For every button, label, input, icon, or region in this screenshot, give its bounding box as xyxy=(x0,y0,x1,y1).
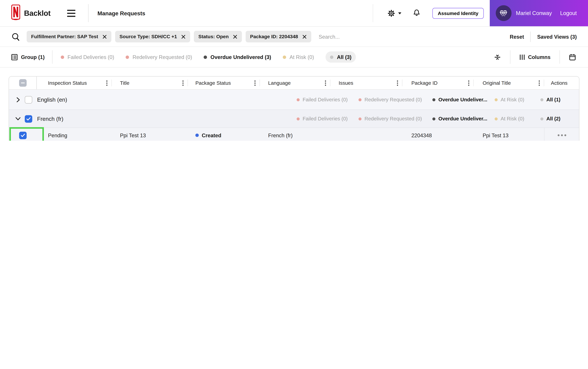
chip-close-icon[interactable] xyxy=(102,34,107,39)
group-row-english[interactable]: English (en) Failed Deliveries (0) Redel… xyxy=(9,90,579,110)
group-badge-redelivery-requested: Redelivery Requested (0) xyxy=(359,116,422,122)
group-checkbox[interactable] xyxy=(25,115,32,122)
column-menu-icon[interactable] xyxy=(323,80,330,86)
column-menu-icon[interactable] xyxy=(105,80,112,86)
group-label: French (fr) xyxy=(37,115,63,122)
app-root: Backlot Manage Requests xyxy=(0,0,588,141)
group-badge-overdue-undelivered: Overdue Undeliver... xyxy=(432,97,487,102)
column-menu-icon[interactable] xyxy=(181,80,188,86)
divider xyxy=(373,4,373,22)
column-menu-icon[interactable] xyxy=(253,80,260,86)
search-icon[interactable] xyxy=(11,32,20,41)
top-bar-right: Assumed Identity Mariel Conway Logout xyxy=(373,0,588,26)
netflix-logo-icon[interactable] xyxy=(11,4,20,22)
user-block: Mariel Conway Logout xyxy=(490,0,588,26)
group-badge-all: All (2) xyxy=(540,116,560,122)
group-list-icon xyxy=(11,54,18,60)
saved-views-button[interactable]: Saved Views (3) xyxy=(537,34,577,40)
status-toolbar: Group (1) Failed Deliveries (0) Redelive… xyxy=(0,47,588,68)
table-row[interactable]: Pending Ppi Test 13 Created French (fr) … xyxy=(9,128,579,141)
row-density-icon[interactable] xyxy=(494,53,501,61)
cell-package-status: Created xyxy=(188,132,260,138)
avatar[interactable] xyxy=(496,5,511,21)
notifications-bell-icon[interactable] xyxy=(413,9,420,17)
group-badge-failed-deliveries: Failed Deliveries (0) xyxy=(297,116,348,122)
search-input[interactable] xyxy=(318,33,510,40)
group-checkbox[interactable] xyxy=(25,96,32,103)
column-header-inspection-status[interactable]: Inspection Status xyxy=(37,77,112,89)
page-title: Manage Requests xyxy=(97,10,145,16)
cell-inspection-status: Pending xyxy=(37,132,112,138)
user-name: Mariel Conway xyxy=(516,10,552,16)
column-header-title[interactable]: Title xyxy=(112,77,188,89)
column-header-original-title[interactable]: Original Title xyxy=(474,77,544,89)
select-all-checkbox[interactable] xyxy=(19,79,27,87)
divider xyxy=(88,4,89,22)
group-label: English (en) xyxy=(37,96,67,103)
requests-table: Inspection Status Title Package Status L… xyxy=(9,76,579,141)
status-dot xyxy=(330,55,334,59)
group-badge-redelivery-requested: Redelivery Requested (0) xyxy=(359,97,422,102)
row-checkbox[interactable] xyxy=(19,132,27,139)
column-header-package-status[interactable]: Package Status xyxy=(188,77,260,89)
chip-close-icon[interactable] xyxy=(302,34,307,39)
cell-title: Ppi Test 13 xyxy=(112,132,188,138)
filter-chip-status[interactable]: Status: Open xyxy=(194,31,242,42)
column-menu-icon[interactable] xyxy=(467,80,474,86)
filter-chip-source-type[interactable]: Source Type: SDH/CC +1 xyxy=(115,31,190,42)
tab-overdue-undelivered[interactable]: Overdue Undelivered (3) xyxy=(204,54,271,60)
chevron-down-icon xyxy=(398,12,402,14)
settings-menu-button[interactable] xyxy=(388,9,402,17)
divider xyxy=(510,50,510,64)
column-header-language[interactable]: Language xyxy=(260,77,330,89)
tab-all[interactable]: All (3) xyxy=(326,51,356,63)
tab-failed-deliveries[interactable]: Failed Deliveries (0) xyxy=(61,54,114,60)
tab-at-risk[interactable]: At Risk (0) xyxy=(283,54,314,60)
row-actions-menu[interactable] xyxy=(544,128,579,141)
column-header-issues[interactable]: Issues xyxy=(330,77,402,89)
cell-package-id: 2204348 xyxy=(402,132,474,138)
column-header-actions: Actions xyxy=(544,77,579,89)
gear-icon xyxy=(388,9,395,17)
group-badge-at-risk: At Risk (0) xyxy=(495,97,524,102)
chip-close-icon[interactable] xyxy=(233,34,237,39)
status-dot xyxy=(204,55,207,59)
select-all-cell xyxy=(9,77,37,89)
group-button[interactable]: Group (1) xyxy=(11,54,45,60)
calendar-icon[interactable] xyxy=(569,53,576,61)
group-row-french[interactable]: French (fr) Failed Deliveries (0) Redeli… xyxy=(9,110,579,128)
filter-chips: Fulfillment Partner: SAP Test Source Typ… xyxy=(27,31,311,42)
reset-button[interactable]: Reset xyxy=(510,34,524,40)
column-menu-icon[interactable] xyxy=(537,80,544,86)
created-status-dot xyxy=(195,133,199,137)
filter-chip-fulfillment-partner[interactable]: Fulfillment Partner: SAP Test xyxy=(27,31,111,42)
group-badge-all: All (1) xyxy=(540,97,560,102)
chip-close-icon[interactable] xyxy=(181,34,186,39)
status-tabs: Failed Deliveries (0) Redelivery Request… xyxy=(61,51,356,63)
group-badge-at-risk: At Risk (0) xyxy=(495,116,524,122)
group-badge-overdue-undelivered: Overdue Undeliver... xyxy=(432,116,487,122)
columns-icon xyxy=(519,54,525,60)
table-header-row: Inspection Status Title Package Status L… xyxy=(9,77,579,90)
status-dot xyxy=(61,55,64,59)
hamburger-menu-icon[interactable] xyxy=(66,8,77,18)
disguise-icon xyxy=(499,9,508,18)
cell-language: French (fr) xyxy=(260,132,330,138)
status-dot xyxy=(283,55,286,59)
assumed-identity-button[interactable]: Assumed Identity xyxy=(432,8,484,19)
app-name: Backlot xyxy=(24,9,51,18)
divider xyxy=(52,50,52,64)
top-bar: Backlot Manage Requests xyxy=(0,0,588,27)
row-checkbox-cell xyxy=(9,128,37,141)
tab-redelivery-requested[interactable]: Redelivery Requested (0) xyxy=(126,54,192,60)
column-menu-icon[interactable] xyxy=(395,80,402,86)
toolbar-right: Columns xyxy=(494,50,588,64)
columns-button[interactable]: Columns xyxy=(519,54,550,60)
column-header-package-id[interactable]: Package ID xyxy=(402,77,474,89)
logout-button[interactable]: Logout xyxy=(560,10,577,16)
filter-chip-package-id[interactable]: Package ID: 2204348 xyxy=(246,31,311,42)
chevron-down-icon[interactable] xyxy=(15,117,20,121)
chevron-right-icon[interactable] xyxy=(15,97,20,102)
cell-original-title: Ppi Test 13 xyxy=(474,132,544,138)
divider xyxy=(559,50,560,64)
